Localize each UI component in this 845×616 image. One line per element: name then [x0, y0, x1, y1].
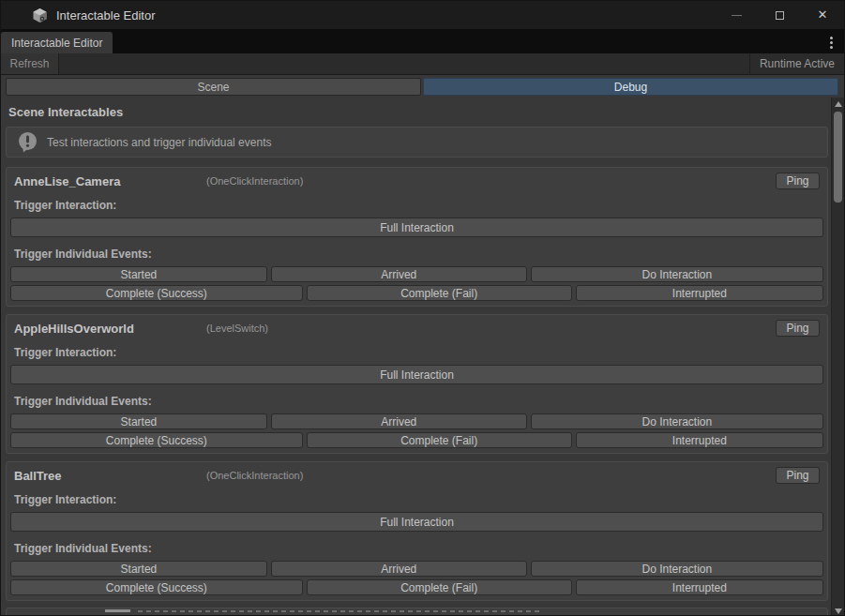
- trigger-interaction-label: Trigger Interaction:: [14, 346, 823, 360]
- interrupted-button[interactable]: Interrupted: [576, 579, 823, 595]
- event-button-row: Complete (Success) Complete (Fail) Inter…: [10, 432, 823, 448]
- event-button-row: Started Arrived Do Interaction: [10, 266, 823, 282]
- full-interaction-button[interactable]: Full Interaction: [10, 218, 823, 237]
- toolbar: Refresh Runtime Active: [1, 53, 844, 75]
- refresh-button[interactable]: Refresh: [1, 53, 59, 74]
- interactable-section-balltree: BallTree (OneClickInteraction) Ping Trig…: [6, 461, 828, 601]
- clipped-next-section: [6, 608, 828, 616]
- started-button[interactable]: Started: [10, 413, 267, 429]
- help-box: Test interactions and trigger individual…: [6, 127, 828, 158]
- interactable-section-annelise-camera: AnneLise_Camera (OneClickInteraction) Pi…: [6, 167, 828, 307]
- tab-debug[interactable]: Debug: [423, 78, 838, 96]
- arrived-button[interactable]: Arrived: [271, 266, 527, 282]
- full-interaction-button[interactable]: Full Interaction: [10, 512, 823, 532]
- interactable-type: (OneClickInteraction): [206, 470, 303, 481]
- trigger-interaction-label: Trigger Interaction:: [14, 493, 823, 507]
- event-button-row: Started Arrived Do Interaction: [10, 561, 823, 577]
- help-text: Test interactions and trigger individual…: [47, 136, 271, 149]
- toolbar-spacer: [59, 53, 749, 74]
- window-controls: ✕: [730, 8, 844, 22]
- event-button-row: Started Arrived Do Interaction: [10, 413, 823, 429]
- trigger-interaction-label: Trigger Interaction:: [14, 199, 823, 213]
- interactable-editor-window: Interactable Editor ✕ Interactable Edito…: [0, 0, 845, 616]
- complete-success-button[interactable]: Complete (Success): [10, 432, 303, 448]
- interactable-name: AnneLise_Camera: [14, 174, 206, 188]
- section-header: AppleHillsOverworld (LevelSwitch) Ping: [10, 320, 823, 337]
- runtime-active-label: Runtime Active: [749, 53, 844, 74]
- trigger-events-label: Trigger Individual Events:: [14, 248, 823, 262]
- page-title: Scene Interactables: [8, 105, 831, 119]
- close-icon[interactable]: ✕: [816, 8, 829, 22]
- section-header: BallTree (OneClickInteraction) Ping: [10, 467, 823, 484]
- do-interaction-button[interactable]: Do Interaction: [531, 413, 823, 429]
- complete-success-button[interactable]: Complete (Success): [10, 579, 303, 595]
- interactable-type: (OneClickInteraction): [206, 175, 303, 187]
- ping-button[interactable]: Ping: [776, 320, 820, 337]
- minimize-icon[interactable]: [730, 8, 743, 22]
- do-interaction-button[interactable]: Do Interaction: [531, 561, 823, 577]
- editor-tab-strip: Interactable Editor: [1, 29, 844, 53]
- scroll-region: Scene Interactables Test interactions an…: [1, 98, 844, 616]
- interrupted-button[interactable]: Interrupted: [576, 285, 823, 301]
- clipped-content: [138, 610, 541, 612]
- full-interaction-button[interactable]: Full Interaction: [10, 365, 823, 384]
- event-button-row: Complete (Success) Complete (Fail) Inter…: [10, 285, 823, 301]
- tab-scene[interactable]: Scene: [6, 78, 421, 96]
- title-bar: Interactable Editor ✕: [1, 1, 844, 29]
- window-title: Interactable Editor: [56, 8, 156, 23]
- complete-fail-button[interactable]: Complete (Fail): [307, 285, 572, 301]
- tab-interactable-editor[interactable]: Interactable Editor: [1, 32, 113, 53]
- ping-button[interactable]: Ping: [776, 173, 820, 189]
- interactable-section-applehills-overworld: AppleHillsOverworld (LevelSwitch) Ping T…: [6, 314, 828, 454]
- view-mode-tabs: Scene Debug: [1, 75, 844, 98]
- debug-panel: Scene Interactables Test interactions an…: [1, 98, 831, 616]
- clipped-content: [105, 609, 130, 612]
- scrollbar-thumb[interactable]: [834, 112, 842, 203]
- interactable-name: BallTree: [14, 469, 206, 483]
- scroll-up-arrow-icon[interactable]: [835, 101, 842, 107]
- arrived-button[interactable]: Arrived: [271, 413, 527, 429]
- complete-fail-button[interactable]: Complete (Fail): [307, 579, 572, 595]
- event-button-row: Complete (Success) Complete (Fail) Inter…: [10, 579, 823, 595]
- arrived-button[interactable]: Arrived: [271, 561, 527, 577]
- section-header: AnneLise_Camera (OneClickInteraction) Pi…: [10, 173, 823, 189]
- trigger-events-label: Trigger Individual Events:: [14, 542, 823, 556]
- kebab-menu-icon[interactable]: [828, 35, 835, 51]
- vertical-scrollbar[interactable]: [831, 98, 844, 616]
- cube-icon: [32, 8, 48, 23]
- maximize-icon[interactable]: [773, 8, 786, 22]
- complete-fail-button[interactable]: Complete (Fail): [307, 432, 572, 448]
- interactable-name: AppleHillsOverworld: [14, 322, 206, 336]
- info-bubble-icon: [16, 130, 39, 154]
- ping-button[interactable]: Ping: [776, 467, 820, 484]
- complete-success-button[interactable]: Complete (Success): [10, 285, 303, 301]
- started-button[interactable]: Started: [10, 266, 267, 282]
- started-button[interactable]: Started: [10, 561, 267, 577]
- do-interaction-button[interactable]: Do Interaction: [531, 266, 823, 282]
- interrupted-button[interactable]: Interrupted: [576, 432, 823, 448]
- interactable-type: (LevelSwitch): [206, 323, 268, 334]
- scroll-down-arrow-icon[interactable]: [835, 608, 842, 614]
- trigger-events-label: Trigger Individual Events:: [14, 395, 823, 409]
